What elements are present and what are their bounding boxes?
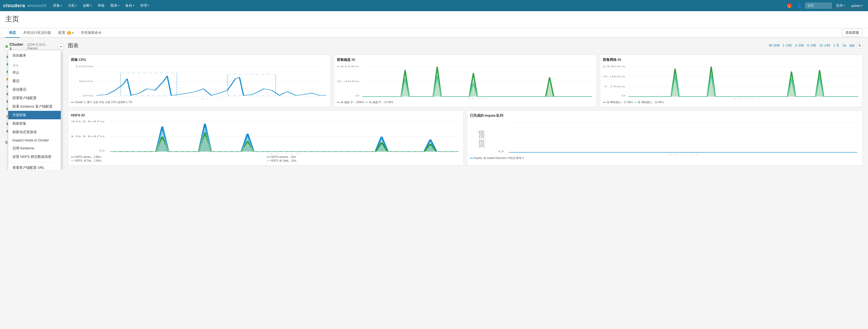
nav-support[interactable]: 支持 ▾: [834, 2, 847, 9]
time-30d[interactable]: 30d: [848, 44, 855, 48]
svg-text:0: 0: [498, 150, 504, 153]
menu-deploy-client[interactable]: 部署客户端配置: [8, 94, 61, 102]
hdfs-io-chart-legend: HDFS names... 2.8b/s HDFS namese... 1b/s…: [71, 156, 461, 163]
svg-text:09 AM: 09 AM: [733, 98, 753, 99]
chevron-down-icon: ▾: [91, 4, 92, 7]
impala-queue-chart-title: 已完成的 Impala 队列: [470, 113, 860, 118]
tab-health[interactable]: 所有运行状况问题: [20, 28, 55, 38]
time-1d[interactable]: 1 天: [833, 43, 840, 48]
nav-backup[interactable]: 备份 ▾: [123, 2, 136, 9]
network-io-chart-card: 群集网络 IO 143M/s 95.4M/s 47.7M/s 0: [600, 54, 863, 107]
svg-text:09 AM: 09 AM: [269, 153, 300, 154]
svg-rect-7: [227, 75, 276, 95]
legend-color: [470, 158, 473, 158]
svg-text:191M/s: 191M/s: [337, 65, 360, 68]
cluster-dropdown-container: Cluster 1 (CDH 5.10.0, Parcel) ▾ 添加服务 启动…: [5, 42, 64, 51]
tab-status[interactable]: 状态: [5, 28, 20, 38]
top-charts-row: 群集 CPU 100% 50% 0%: [68, 54, 863, 107]
menu-restart[interactable]: 重启: [8, 77, 61, 85]
svg-text:0: 0: [621, 94, 625, 97]
impala-queue-chart-area: 0 09 AM queries / second: [470, 120, 860, 155]
time-2h[interactable]: 2 小时: [794, 43, 805, 48]
chevron-down-icon: ▾: [61, 4, 62, 7]
tab-config[interactable]: 配置 8 ▾: [55, 28, 77, 38]
legend-item: 各 网络接口... 17.3K/s: [603, 101, 633, 104]
svg-text:381M/s: 381M/s: [71, 120, 105, 123]
logo-cloudera: cloudera: [3, 3, 25, 8]
time-6h[interactable]: 6 小时: [806, 43, 817, 48]
svg-text:100%: 100%: [75, 65, 93, 68]
menu-section-start: 启动: [8, 62, 61, 68]
menu-add-service[interactable]: 添加服务: [8, 51, 61, 60]
time-edit-button[interactable]: ✎: [857, 43, 863, 48]
impala-queue-chart-legend: Impala, 各 Impala Daemons 中的总 查询 0: [470, 156, 860, 160]
dropdown-divider-1: [8, 61, 61, 61]
nav-admin[interactable]: 管理 ▾: [138, 2, 151, 9]
disk-io-chart-title: 群集磁盘 IO: [337, 57, 594, 62]
menu-rolling-restart[interactable]: 滚动重启: [8, 85, 61, 94]
bottom-charts-row: HDFS IO 381M/s 191M/s 0: [68, 110, 863, 166]
cluster-dropdown-button[interactable]: ▾: [58, 44, 64, 49]
legend-item: HDFS, 各 Dat... 2.8b/s: [71, 159, 265, 163]
svg-text:95.4M/s: 95.4M/s: [603, 75, 625, 78]
nav-host[interactable]: 主机 ▾: [66, 2, 79, 9]
menu-upgrade-cluster[interactable]: 升级群集: [8, 111, 61, 119]
charts-title: 图表: [68, 42, 79, 49]
menu-deploy-kerberos[interactable]: 部署 Kerberos 客户端配置: [8, 102, 61, 111]
nav-charts[interactable]: 图表 ▾: [108, 2, 122, 9]
add-cluster-button[interactable]: 添加群集: [842, 29, 863, 37]
tab-commands[interactable]: 所有最新命令: [77, 28, 105, 38]
svg-text:queries / second: queries / second: [476, 131, 487, 147]
time-1h[interactable]: 1 小时: [782, 43, 793, 48]
svg-text:09 AM: 09 AM: [201, 98, 222, 99]
sidebar: Cluster 1 (CDH 5.10.0, Parcel) ▾ 添加服务 启动…: [5, 42, 64, 166]
search-input[interactable]: [805, 3, 832, 8]
menu-hdfs-encrypt[interactable]: 设置 HDFS 静态数据加密: [8, 153, 61, 161]
legend-color: [337, 102, 340, 103]
legend-color: [267, 157, 270, 157]
gift-icon[interactable]: 🎁: [786, 3, 794, 9]
nav-audit[interactable]: 审核: [96, 2, 107, 9]
nav-admin-user[interactable]: admin ▾: [849, 3, 865, 9]
menu-client-url[interactable]: 查看客户端配置 URL: [8, 163, 61, 170]
dropdown-divider-2: [8, 162, 61, 162]
tab-bar: 状态 所有运行状况问题 配置 8 ▾ 所有最新命令 添加群集: [0, 28, 868, 38]
legend-item: 各 磁盘 中... 229K/s: [337, 101, 364, 104]
legend-item: HDFS namese... 1b/s: [267, 156, 461, 158]
menu-stop[interactable]: 停止: [8, 68, 61, 77]
svg-text:09 AM: 09 AM: [668, 154, 699, 155]
impala-queue-chart-card: 已完成的 Impala 队列 0 09 AM queries / second: [467, 110, 863, 166]
logo-area[interactable]: cloudera MANAGER: [3, 3, 47, 8]
logo-manager: MANAGER: [27, 4, 47, 8]
cpu-chart-card: 群集 CPU 100% 50% 0%: [68, 54, 331, 107]
cpu-chart-area: 100% 50% 0% 09 AM: [71, 64, 328, 99]
cpu-chart-legend: Cluster 1, 整个 主机 中的 主机 CPU 使用率 1.7%: [71, 101, 328, 104]
legend-color: [603, 102, 606, 103]
svg-text:0: 0: [99, 149, 105, 152]
cluster-header: Cluster 1 (CDH 5.10.0, Parcel) ▾: [5, 42, 64, 51]
network-io-chart-title: 群集网络 IO: [603, 57, 860, 62]
time-30min[interactable]: 30 分钟: [768, 43, 780, 48]
legend-color: [634, 102, 637, 103]
cpu-chart-title: 群集 CPU: [71, 57, 328, 62]
menu-refresh-cluster[interactable]: 刷新群集: [8, 119, 61, 128]
charts-area: 图表 30 分钟 1 小时 2 小时 6 小时 12 小时 1 天 7d 30d…: [68, 42, 863, 166]
legend-item: HDFS, 各 Data... 1b/s: [267, 159, 461, 163]
svg-text:50%: 50%: [79, 80, 93, 83]
legend-item: 各 磁盘 中... 15.9K/s: [365, 101, 393, 104]
legend-color: [71, 161, 74, 161]
menu-enable-kerberos[interactable]: 启用 Kerberos: [8, 144, 61, 153]
menu-inspect-hosts[interactable]: Inspect Hosts in Cluster: [8, 136, 61, 144]
menu-refresh-pool[interactable]: 刷新动态资源池: [8, 128, 61, 136]
legend-color: [267, 161, 270, 161]
nav-cluster[interactable]: 群集 ▾: [51, 2, 64, 9]
user-icon[interactable]: 👤: [796, 3, 803, 9]
svg-text:143M/s: 143M/s: [603, 65, 625, 68]
nav-diag[interactable]: 诊断 ▾: [81, 2, 94, 9]
time-12h[interactable]: 12 小时: [818, 43, 831, 48]
time-7d[interactable]: 7d: [842, 44, 847, 48]
chevron-down-icon: ▾: [133, 4, 134, 7]
legend-color: [365, 102, 368, 103]
chevron-down-icon: ▾: [148, 4, 149, 7]
svg-text:95.4M/s: 95.4M/s: [337, 80, 360, 83]
